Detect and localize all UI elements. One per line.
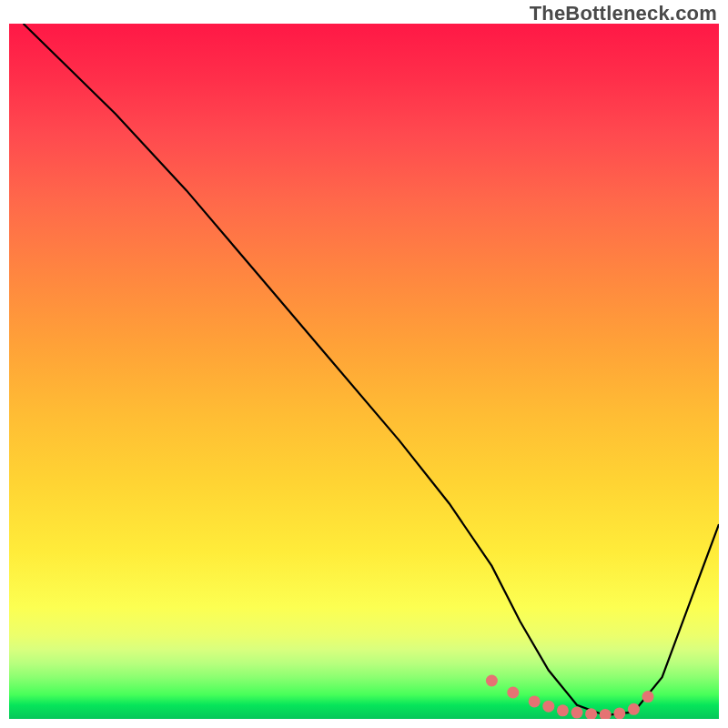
highlight-dot: [642, 691, 654, 703]
highlight-dot: [628, 703, 640, 715]
chart-svg: [9, 24, 719, 719]
highlight-dot: [486, 675, 498, 687]
highlight-dot: [571, 707, 583, 719]
highlight-dot: [557, 704, 569, 716]
highlight-dot: [542, 701, 554, 713]
highlight-dot: [507, 687, 519, 699]
highlight-dot: [613, 707, 625, 719]
watermark-text: TheBottleneck.com: [530, 2, 717, 25]
highlight-dot: [585, 708, 597, 719]
highlight-dot: [529, 695, 541, 707]
curve-path: [24, 24, 719, 715]
plot-area: [9, 24, 719, 719]
highlight-dot: [600, 709, 612, 719]
chart-container: TheBottleneck.com: [0, 0, 728, 728]
